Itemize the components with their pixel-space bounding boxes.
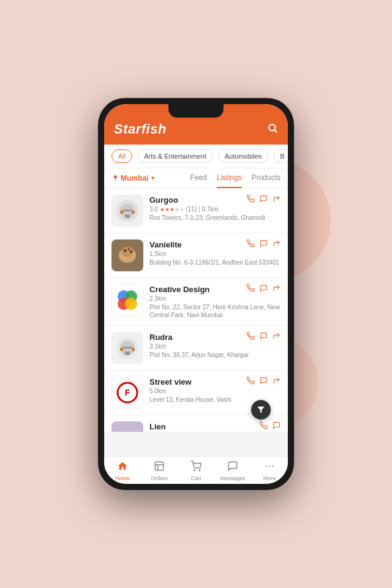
list-item[interactable]: Vanielite bbox=[104, 233, 288, 278]
phone-screen: Starfish All Arts & Entertainment Automo… bbox=[104, 104, 288, 484]
nav-home[interactable]: Home bbox=[104, 461, 141, 481]
nav-cart[interactable]: Cart bbox=[178, 461, 214, 481]
listing-details: Creative Design bbox=[149, 284, 281, 319]
listing-details: Gurgoo bbox=[149, 195, 281, 222]
listing-thumbnail: F bbox=[111, 377, 143, 409]
svg-rect-4 bbox=[125, 214, 130, 218]
app-logo: Starfish bbox=[114, 121, 167, 137]
svg-point-13 bbox=[130, 251, 132, 253]
cart-icon bbox=[190, 461, 202, 474]
nav-messages-label: Messages bbox=[220, 475, 245, 481]
svg-point-38 bbox=[272, 466, 273, 467]
svg-rect-7 bbox=[132, 211, 135, 214]
svg-point-35 bbox=[199, 470, 200, 471]
svg-point-17 bbox=[125, 298, 137, 310]
svg-rect-23 bbox=[132, 348, 135, 351]
call-icon[interactable] bbox=[247, 239, 255, 249]
message-icon[interactable] bbox=[260, 239, 268, 249]
svg-rect-6 bbox=[120, 211, 123, 214]
listings-container: Gurgoo bbox=[104, 189, 288, 432]
location-selector[interactable]: 📍 Mumbai ▼ bbox=[111, 169, 156, 187]
category-tab-all[interactable]: All bbox=[111, 149, 132, 163]
listing-action-icons bbox=[247, 195, 281, 205]
listing-address: Plot No. 36,37, Arjun Nagar, Khargar bbox=[149, 351, 281, 359]
orders-icon bbox=[154, 461, 165, 474]
share-icon[interactable] bbox=[273, 377, 281, 386]
tab-products[interactable]: Products bbox=[252, 168, 281, 188]
tab-feed[interactable]: Feed bbox=[190, 168, 207, 188]
message-icon[interactable] bbox=[273, 421, 281, 431]
listing-distance: 2.3km bbox=[149, 295, 281, 302]
listing-distance: 1.5km bbox=[149, 251, 281, 257]
listing-name: Street view bbox=[149, 377, 192, 386]
svg-rect-20 bbox=[125, 352, 130, 355]
location-label: Mumbai bbox=[121, 174, 148, 183]
stars-filled: ★★★ bbox=[160, 206, 175, 213]
svg-rect-22 bbox=[120, 348, 123, 351]
svg-text:F: F bbox=[125, 388, 130, 398]
phone-notch bbox=[168, 104, 224, 118]
share-icon[interactable] bbox=[273, 239, 281, 249]
share-icon[interactable] bbox=[273, 332, 281, 342]
listing-thumbnail bbox=[111, 195, 143, 227]
list-item[interactable]: Creative Design bbox=[104, 278, 288, 326]
listing-action-icons bbox=[247, 284, 281, 294]
filter-button[interactable] bbox=[251, 400, 271, 420]
svg-point-34 bbox=[194, 470, 195, 471]
listing-thumbnail bbox=[111, 332, 143, 364]
svg-point-37 bbox=[269, 466, 270, 467]
search-icon[interactable] bbox=[267, 123, 278, 137]
message-icon[interactable] bbox=[260, 284, 268, 294]
share-icon[interactable] bbox=[273, 195, 281, 205]
bottom-navigation: Home Orders bbox=[104, 456, 288, 484]
listing-action-icons bbox=[247, 377, 281, 386]
phone-frame: Starfish All Arts & Entertainment Automo… bbox=[98, 98, 294, 490]
nav-cart-label: Cart bbox=[190, 475, 201, 481]
nav-messages[interactable]: Messages bbox=[214, 461, 251, 481]
call-icon[interactable] bbox=[247, 284, 255, 294]
listing-details: Rudra bbox=[149, 332, 281, 359]
listing-name: Creative Design bbox=[149, 285, 209, 294]
nav-more[interactable]: More bbox=[251, 461, 288, 481]
svg-rect-5 bbox=[123, 209, 132, 211]
nav-more-label: More bbox=[263, 475, 276, 481]
listing-action-icons bbox=[260, 421, 281, 431]
message-icon[interactable] bbox=[260, 377, 268, 386]
category-tabs: All Arts & Entertainment Automobiles B bbox=[104, 145, 288, 168]
more-icon bbox=[264, 461, 275, 474]
category-tab-arts[interactable]: Arts & Entertainment bbox=[137, 149, 213, 163]
call-icon[interactable] bbox=[260, 421, 268, 431]
category-tab-autos[interactable]: Automobiles bbox=[218, 149, 269, 163]
call-icon[interactable] bbox=[247, 377, 255, 386]
stars-empty: ★★ bbox=[175, 206, 184, 213]
list-item[interactable]: Rudra bbox=[104, 326, 288, 371]
category-tab-b[interactable]: B bbox=[273, 149, 288, 163]
call-icon[interactable] bbox=[247, 195, 255, 205]
nav-orders[interactable]: Orders bbox=[141, 461, 178, 481]
svg-line-1 bbox=[274, 130, 276, 132]
listing-address: Rox Towers, 7-1-23, Greenlands, Ghansoli bbox=[149, 214, 281, 222]
message-icon[interactable] bbox=[260, 332, 268, 342]
svg-marker-30 bbox=[257, 407, 265, 413]
list-item[interactable]: Gurgoo bbox=[104, 189, 288, 233]
tab-listings[interactable]: Listings bbox=[217, 168, 242, 188]
sub-tabs: Feed Listings Products bbox=[190, 168, 281, 188]
listing-action-icons bbox=[247, 239, 281, 249]
call-icon[interactable] bbox=[247, 332, 255, 342]
listing-name: Gurgoo bbox=[149, 195, 178, 205]
listing-distance: 3.1km bbox=[149, 343, 281, 350]
listing-address: Plot No. 22, Sector 27, Hare Krishna Lan… bbox=[149, 303, 281, 319]
share-icon[interactable] bbox=[273, 284, 281, 294]
nav-orders-label: Orders bbox=[151, 475, 168, 481]
home-icon bbox=[117, 461, 128, 474]
sub-navigation: 📍 Mumbai ▼ Feed Listings Products bbox=[104, 168, 288, 189]
nav-home-label: Home bbox=[115, 475, 130, 481]
svg-point-11 bbox=[124, 249, 126, 252]
listing-details: Lien 5.3km bbox=[149, 421, 281, 432]
chevron-down-icon: ▼ bbox=[150, 175, 156, 181]
message-icon[interactable] bbox=[260, 195, 268, 205]
svg-rect-27 bbox=[114, 424, 141, 432]
messages-icon bbox=[227, 461, 238, 474]
listing-name: Lien bbox=[149, 422, 166, 431]
listing-details: Vanielite bbox=[149, 239, 281, 266]
